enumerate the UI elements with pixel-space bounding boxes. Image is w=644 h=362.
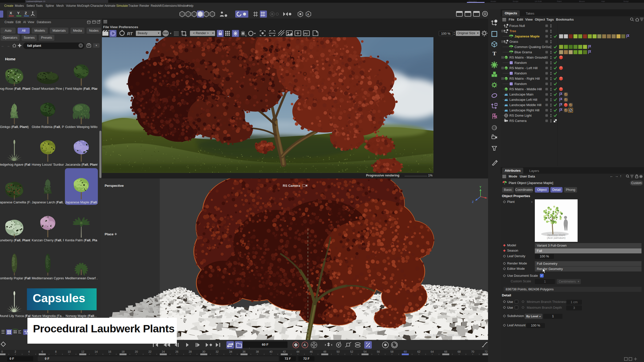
svg-text:32: 32 bbox=[216, 350, 219, 353]
svg-text:40: 40 bbox=[269, 350, 272, 353]
svg-text:2: 2 bbox=[15, 350, 16, 353]
svg-text:72: 72 bbox=[485, 350, 488, 353]
svg-text:RS Matrix - Main Ground: RS Matrix - Main Ground bbox=[509, 56, 546, 59]
svg-text:10: 10 bbox=[68, 350, 71, 353]
svg-text:RS Camera: RS Camera bbox=[283, 184, 300, 188]
svg-text:RS Camera: RS Camera bbox=[509, 119, 527, 123]
svg-text:Y: Y bbox=[479, 186, 481, 189]
svg-text:G: G bbox=[245, 34, 247, 37]
svg-text:42: 42 bbox=[283, 350, 286, 353]
svg-text:26: 26 bbox=[175, 350, 178, 353]
svg-text:50: 50 bbox=[337, 350, 340, 353]
svg-text:Z: Z bbox=[472, 200, 474, 203]
svg-text:4: 4 bbox=[28, 350, 30, 353]
svg-text:20: 20 bbox=[135, 350, 138, 353]
svg-text:Japanese Maple: Japanese Maple bbox=[514, 34, 540, 38]
svg-text:Landscape Left Hill: Landscape Left Hill bbox=[509, 98, 537, 102]
svg-text:Focus Null: Focus Null bbox=[509, 24, 525, 28]
svg-text:RS Matrix - Middle Hill: RS Matrix - Middle Hill bbox=[509, 87, 542, 91]
svg-text:8: 8 bbox=[55, 350, 57, 353]
svg-text:68: 68 bbox=[458, 350, 461, 353]
svg-text:16: 16 bbox=[108, 350, 111, 353]
svg-text:24: 24 bbox=[162, 350, 165, 353]
svg-text:38: 38 bbox=[256, 350, 259, 353]
svg-text:RS Dome Light: RS Dome Light bbox=[509, 114, 532, 117]
svg-text:36: 36 bbox=[243, 350, 246, 353]
svg-text:12: 12 bbox=[81, 350, 84, 353]
svg-text:Blue Grama: Blue Grama bbox=[514, 50, 532, 54]
svg-text:T: T bbox=[493, 50, 496, 57]
svg-text:0: 0 bbox=[1, 350, 3, 353]
svg-text:Place: Place bbox=[105, 232, 114, 236]
svg-text:18: 18 bbox=[122, 350, 125, 353]
svg-text:48: 48 bbox=[323, 350, 326, 353]
svg-text:46: 46 bbox=[310, 350, 313, 353]
svg-text:34: 34 bbox=[229, 350, 232, 353]
svg-text:Perspective: Perspective bbox=[105, 184, 124, 188]
svg-text:RS Matrix - Left Hill: RS Matrix - Left Hill bbox=[509, 66, 538, 70]
svg-text:60: 60 bbox=[404, 350, 407, 353]
svg-text:14: 14 bbox=[95, 350, 98, 353]
svg-text:Random: Random bbox=[514, 82, 527, 86]
svg-text:54: 54 bbox=[364, 350, 367, 353]
svg-text:RT: RT bbox=[127, 31, 133, 36]
svg-text:Landscape Middle Hill: Landscape Middle Hill bbox=[509, 103, 541, 107]
svg-text:Japanese Maple: Japanese Maple bbox=[547, 234, 566, 236]
svg-text:56: 56 bbox=[377, 350, 380, 353]
svg-text:28: 28 bbox=[189, 350, 192, 353]
svg-text:Grid Spacing : 5000 cm: Grid Spacing : 5000 cm bbox=[425, 334, 460, 337]
svg-text:Landscape Main: Landscape Main bbox=[509, 93, 533, 96]
svg-text:30: 30 bbox=[202, 350, 205, 353]
svg-text:A: A bbox=[303, 343, 306, 347]
svg-text:(Acer palmatum): (Acer palmatum) bbox=[547, 237, 566, 239]
svg-text:Random: Random bbox=[514, 61, 527, 65]
svg-text:58: 58 bbox=[390, 350, 393, 353]
svg-text:52: 52 bbox=[350, 350, 353, 353]
svg-text:Common Quaking Grass: Common Quaking Grass bbox=[514, 45, 551, 49]
svg-text:RS Matrix - Right Hill: RS Matrix - Right Hill bbox=[509, 77, 540, 80]
svg-text:22: 22 bbox=[148, 350, 151, 353]
svg-text:PV: PV bbox=[304, 32, 308, 35]
svg-text:6: 6 bbox=[42, 350, 43, 353]
svg-text:A: A bbox=[307, 13, 309, 16]
svg-text:66: 66 bbox=[444, 350, 447, 353]
svg-text:70: 70 bbox=[471, 350, 474, 353]
svg-text:Tree: Tree bbox=[509, 29, 516, 33]
svg-text:Grass: Grass bbox=[509, 40, 518, 43]
svg-text:64: 64 bbox=[431, 350, 434, 353]
svg-text:62: 62 bbox=[417, 350, 420, 353]
svg-text:Landscape Right Hill: Landscape Right Hill bbox=[509, 108, 539, 112]
svg-text:Random: Random bbox=[514, 71, 527, 75]
svg-text:44: 44 bbox=[296, 350, 299, 353]
